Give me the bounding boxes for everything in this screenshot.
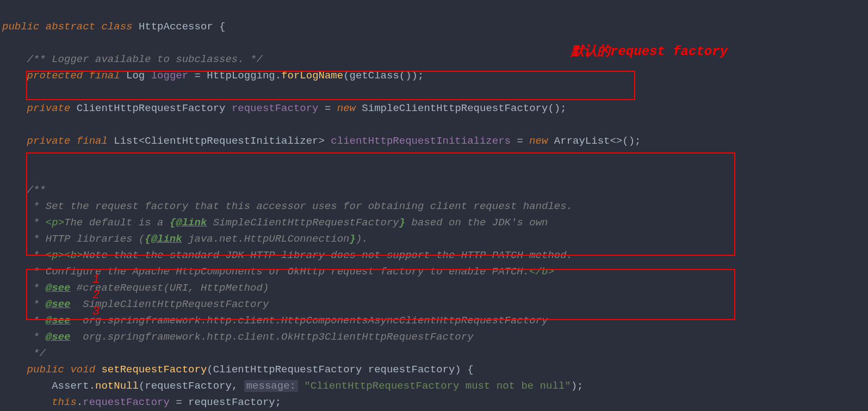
link-brace: }: [350, 233, 356, 245]
keyword-class: class: [101, 21, 132, 33]
see-text: org.springframework.http.client.HttpComp…: [70, 315, 548, 327]
code-editor: public abstract class HttpAccessor { /**…: [0, 0, 868, 411]
keyword-final: final: [77, 135, 108, 147]
javadoc-line: *: [27, 217, 46, 229]
keyword-protected: protected: [27, 70, 83, 82]
param-hint: message:: [244, 380, 298, 392]
annotation-num-3: 3: [92, 304, 100, 320]
html-tag-b-close: </b>: [529, 266, 554, 278]
link-tag: @link: [151, 233, 182, 245]
link-brace: }: [399, 217, 405, 229]
params: (ClientHttpRequestFactory requestFactory…: [207, 364, 473, 376]
see-tag: @see: [46, 315, 71, 327]
javadoc-line: *: [27, 249, 46, 261]
see-text: org.springframework.http.client.OkHttp3C…: [70, 331, 473, 343]
javadoc-line: *: [27, 298, 46, 310]
ctor-call: SimpleClientHttpRequestFactory();: [356, 102, 567, 114]
ctor-call: ArrayList<>();: [548, 135, 641, 147]
eq: =: [319, 102, 337, 114]
brace: {: [213, 21, 226, 33]
javadoc-text: The default is a: [64, 217, 170, 229]
keyword-abstract: abstract: [46, 21, 95, 33]
link-brace: {: [145, 233, 151, 245]
javadoc-line: *: [27, 315, 46, 327]
field-logger: logger: [151, 70, 188, 82]
link-tag: @link: [176, 217, 207, 229]
comment-logger: /** Logger available to subclasses. */: [27, 53, 263, 65]
paren-close: );: [571, 380, 584, 392]
keyword-new: new: [529, 135, 548, 147]
args: (requestFactory,: [139, 380, 244, 392]
method-setrequestfactory: setRequestFactory: [101, 364, 207, 376]
type: ClientHttpRequestFactory: [70, 102, 231, 114]
dot: .: [77, 396, 83, 408]
javadoc-line: * Set the request factory that this acce…: [27, 200, 573, 212]
javadoc-text: Note that the standard JDK HTTP library …: [83, 249, 573, 261]
javadoc-line: *: [27, 331, 46, 343]
javadoc-line: * HTTP libraries (: [27, 233, 145, 245]
html-tag-p: <p>: [46, 217, 64, 229]
keyword-new: new: [337, 102, 356, 114]
link-target: SimpleClientHttpRequestFactory: [207, 217, 399, 229]
field-requestfactory: requestFactory: [83, 396, 170, 408]
link-brace: {: [170, 217, 176, 229]
annotation-num-1: 1: [92, 272, 100, 288]
annotation-label: 默认的request factory: [571, 44, 728, 60]
space: [70, 282, 76, 294]
keyword-void: void: [70, 364, 95, 376]
html-tag-pb: <p><b>: [46, 249, 83, 261]
class-ref: HttpLogging: [207, 70, 275, 82]
method-notnull: notNull: [95, 380, 139, 392]
see-text: SimpleClientHttpRequestFactory: [70, 298, 269, 310]
annotation-num-2: 2: [92, 287, 100, 304]
keyword-private: private: [27, 135, 71, 147]
javadoc-text: ).: [356, 233, 368, 245]
eq: =: [188, 70, 207, 82]
eq: =: [511, 135, 529, 147]
keyword-public: public: [2, 21, 39, 33]
javadoc-line: * Configure the Apache HttpComponents or…: [27, 266, 530, 278]
keyword-public: public: [27, 364, 64, 376]
type-log: Log: [126, 70, 151, 82]
class-name: HttpAccessor: [139, 21, 213, 33]
assignment: = requestFactory;: [170, 396, 281, 408]
dot: .: [275, 70, 281, 82]
javadoc-line: *: [27, 282, 46, 294]
keyword-this: this: [52, 396, 77, 408]
link-target: java.net.HttpURLConnection: [182, 233, 350, 245]
field-initializers: clientHttpRequestInitializers: [331, 135, 511, 147]
keyword-final: final: [89, 70, 120, 82]
paren-close: ());: [399, 70, 424, 82]
javadoc-start: /**: [27, 184, 46, 196]
see-tag: @see: [46, 298, 71, 310]
see-tag: @see: [46, 282, 71, 294]
field-requestfactory: requestFactory: [232, 102, 319, 114]
see-link: #createRequest(URI, HttpMethod): [77, 282, 269, 294]
type: List<ClientHttpRequestInitializer>: [108, 135, 331, 147]
method-getclass: getClass: [350, 70, 399, 82]
assert-class: Assert.: [52, 380, 95, 392]
see-tag: @see: [46, 331, 71, 343]
javadoc-end: */: [27, 347, 46, 359]
javadoc-text: based on the JDK's own: [405, 217, 548, 229]
paren: (: [343, 70, 349, 82]
string-literal: "ClientHttpRequestFactory must not be nu…: [304, 380, 571, 392]
method-forlogname: forLogName: [281, 70, 343, 82]
keyword-private: private: [27, 102, 71, 114]
